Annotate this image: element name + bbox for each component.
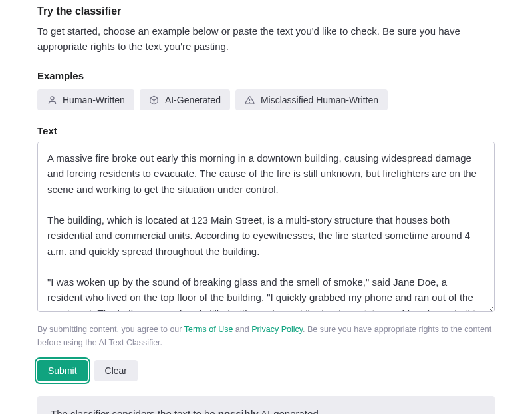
result-verdict: possibly — [218, 408, 259, 414]
example-chip-human-written[interactable]: Human-Written — [37, 89, 134, 110]
textarea-label: Text — [37, 125, 495, 136]
submit-button[interactable]: Submit — [37, 360, 88, 381]
examples-title: Examples — [37, 70, 495, 81]
text-input[interactable] — [37, 142, 495, 312]
terms-of-use-link[interactable]: Terms of Use — [184, 325, 233, 334]
example-chip-label: Misclassified Human-Written — [261, 95, 378, 105]
svg-point-0 — [51, 96, 54, 99]
result-suffix: AI-generated. — [259, 408, 321, 414]
example-chip-misclassified[interactable]: Misclassified Human-Written — [235, 89, 388, 110]
disclaimer-prefix: By submitting content, you agree to our — [37, 325, 184, 334]
section-title: Try the classifier — [37, 5, 495, 17]
result-box: The classifier considers the text to be … — [37, 396, 495, 414]
privacy-policy-link[interactable]: Privacy Policy — [251, 325, 303, 334]
disclaimer-text: By submitting content, you agree to our … — [37, 323, 495, 349]
intro-text: To get started, choose an example below … — [37, 24, 495, 54]
cube-icon — [149, 95, 160, 105]
disclaimer-middle: and — [233, 325, 251, 334]
result-prefix: The classifier considers the text to be — [51, 408, 218, 414]
clear-button[interactable]: Clear — [94, 360, 138, 381]
user-icon — [47, 95, 57, 105]
warning-triangle-icon — [245, 95, 255, 105]
example-chip-label: AI-Generated — [165, 95, 221, 105]
examples-row: Human-Written AI-Generated Misclassified… — [37, 89, 495, 110]
example-chip-label: Human-Written — [63, 95, 125, 105]
example-chip-ai-generated[interactable]: AI-Generated — [140, 89, 230, 110]
button-row: Submit Clear — [37, 360, 495, 381]
